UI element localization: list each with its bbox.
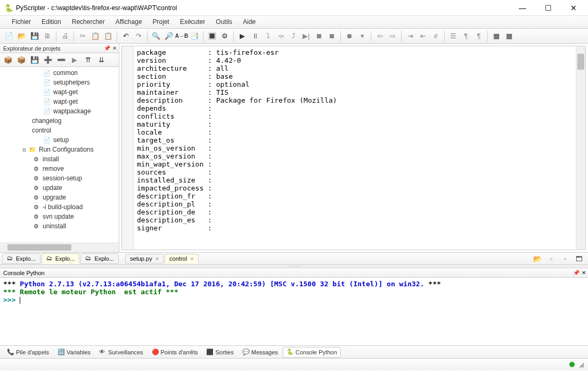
tree-item[interactable]: control [0,126,119,135]
pilcrow2-icon[interactable]: ¶ [473,30,485,42]
stop-all-icon[interactable]: ⏹ [326,30,338,42]
redo-icon[interactable]: ↷ [133,30,144,42]
maximize-button[interactable]: ☐ [540,4,556,12]
tab-close-icon[interactable]: × [156,255,159,262]
tree-item[interactable]: ⚙-i build-upload [0,202,119,212]
tree-item[interactable]: 📄common [0,68,119,78]
proj-open-icon[interactable]: 📦 [15,54,27,66]
editor-content[interactable]: package : tis-firefox-esr version : 4.42… [134,46,576,250]
step-out-icon[interactable]: ⤴ [288,30,299,42]
tab-close-icon[interactable]: × [190,255,193,262]
layout1-icon[interactable]: ▦ [491,30,502,42]
replace-icon[interactable]: A→B [176,30,187,42]
tree-item[interactable]: ⚙remove [0,164,119,173]
proj-add-icon[interactable]: ➕ [42,54,54,66]
tree-hscroll[interactable] [0,243,119,252]
config-icon[interactable]: ⚙ [219,30,231,42]
tree-item[interactable]: ⚙upgrade [0,193,119,202]
view-tab[interactable]: 🗂Explo... [2,253,40,264]
tree-item[interactable]: ⊟📁Run Configurations [0,145,119,154]
tree-item[interactable]: 📄setuphelpers [0,78,119,87]
menu-fichier[interactable]: Fichier [6,16,36,28]
proj-run-icon[interactable]: ▶ [69,54,80,66]
menu-aide[interactable]: Aide [238,16,261,28]
tree-item[interactable]: changelog [0,116,119,126]
view-tab[interactable]: 🗂Explo... [80,253,119,264]
print-icon[interactable]: 🖨 [59,30,71,42]
tab-nav-icon[interactable]: ▫ [545,253,557,264]
bottom-tab[interactable]: 🔣Variables [54,347,94,358]
bottom-tab[interactable]: 📞Pile d'appels [3,347,53,358]
bottom-tab[interactable]: 👁Surveillances [95,347,146,358]
indent-icon[interactable]: ⇥ [404,30,416,42]
tree-item[interactable]: ⚙svn update [0,212,119,221]
step-into-icon[interactable]: ⤵ [262,30,274,42]
menu-outils[interactable]: Outils [210,16,238,28]
toggle-breakpoint-icon[interactable]: 🔳 [206,30,218,42]
goto-icon[interactable]: 📑 [189,30,200,42]
copy-icon[interactable]: 📋 [89,30,101,42]
bottom-tab[interactable]: 🐍Console Python [283,347,341,358]
nav-back-icon[interactable]: ⇦ [374,30,386,42]
console-pin-icon[interactable]: 📌 [573,270,579,276]
python-console[interactable]: *** Python 2.7.13 (v2.7.13:a06454b1afa1,… [0,278,588,346]
save-icon[interactable]: 💾 [29,30,40,42]
file-tab[interactable]: setup.py× [125,254,164,263]
save-all-icon[interactable]: 🗎 [42,30,53,42]
step-over-icon[interactable]: ⤼ [275,30,287,42]
tree-expander-icon[interactable]: ⊟ [21,147,27,153]
file-tab[interactable]: control× [165,254,198,263]
layout2-icon[interactable]: ▦ [503,30,515,42]
pilcrow-icon[interactable]: ¶ [460,30,472,42]
project-tree[interactable]: 📄common📄setuphelpers📄wapt-get📄wapt-get📄w… [0,67,119,243]
proj-expand-icon[interactable]: ⇊ [95,54,107,66]
proj-remove-icon[interactable]: ➖ [55,54,67,66]
menu-edition[interactable]: Edition [36,16,67,28]
tab-window-icon[interactable]: 🗔 [573,253,585,264]
proj-save-icon[interactable]: 💾 [29,54,40,66]
debug-icon[interactable]: ⏸ [249,30,261,42]
tree-item[interactable]: ⚙install [0,154,119,164]
tab-open-icon[interactable]: 📂 [532,253,543,264]
tree-item[interactable]: 📄wapt-get [0,87,119,97]
paste-icon[interactable]: 📋 [102,30,114,42]
new-file-icon[interactable]: 📄 [3,30,15,42]
find-next-icon[interactable]: 🔎 [163,30,175,42]
menu-projet[interactable]: Projet [148,16,175,28]
chevron-down-icon[interactable]: ▾ [356,30,368,42]
open-file-icon[interactable]: 📂 [16,30,28,42]
bottom-tab[interactable]: ⬛Sorties [202,347,237,358]
undo-icon[interactable]: ↶ [120,30,132,42]
run-to-cursor-icon[interactable]: ▶| [300,30,312,42]
menu-exécuter[interactable]: Exécuter [175,16,210,28]
menu-rechercher[interactable]: Rechercher [67,16,110,28]
close-pane-icon[interactable]: ✕ [112,45,117,51]
tree-item[interactable]: ⚙uninstall [0,221,119,231]
cut-icon[interactable]: ✂ [77,30,88,42]
menu-affichage[interactable]: Affichage [110,16,148,28]
tab-nav2-icon[interactable]: ▫ [559,253,571,264]
pin-icon[interactable]: 📌 [104,45,110,51]
bottom-tab[interactable]: 🔴Points d'arrêts [148,347,202,358]
tree-item[interactable]: 📄wapt-get [0,97,119,106]
view-tab[interactable]: 🗂Explo... [42,253,80,264]
tree-item[interactable]: 📄setup [0,135,119,145]
find-icon[interactable]: 🔍 [150,30,162,42]
tree-item[interactable]: ⚙update [0,183,119,193]
console-close-icon[interactable]: ✕ [582,270,586,276]
run-icon[interactable]: ▶ [236,30,248,42]
nav-fwd-icon[interactable]: ⇨ [387,30,398,42]
close-button[interactable]: ✕ [566,4,582,12]
comment-icon[interactable]: # [430,30,442,42]
minimize-button[interactable]: — [514,4,530,12]
dedent-icon[interactable]: ⇤ [417,30,429,42]
list-icon[interactable]: ☰ [447,30,459,42]
stop-icon[interactable]: ⏹ [313,30,325,42]
record-icon[interactable]: ⏺ [344,30,355,42]
resize-grip-icon[interactable]: ◢ [579,361,584,368]
editor-vscroll[interactable] [576,46,585,250]
proj-collapse-icon[interactable]: ⇈ [82,54,94,66]
tree-item[interactable]: ⚙session-setup [0,173,119,183]
proj-new-icon[interactable]: 📦 [2,54,14,66]
tree-item[interactable]: 📄waptpackage [0,106,119,116]
